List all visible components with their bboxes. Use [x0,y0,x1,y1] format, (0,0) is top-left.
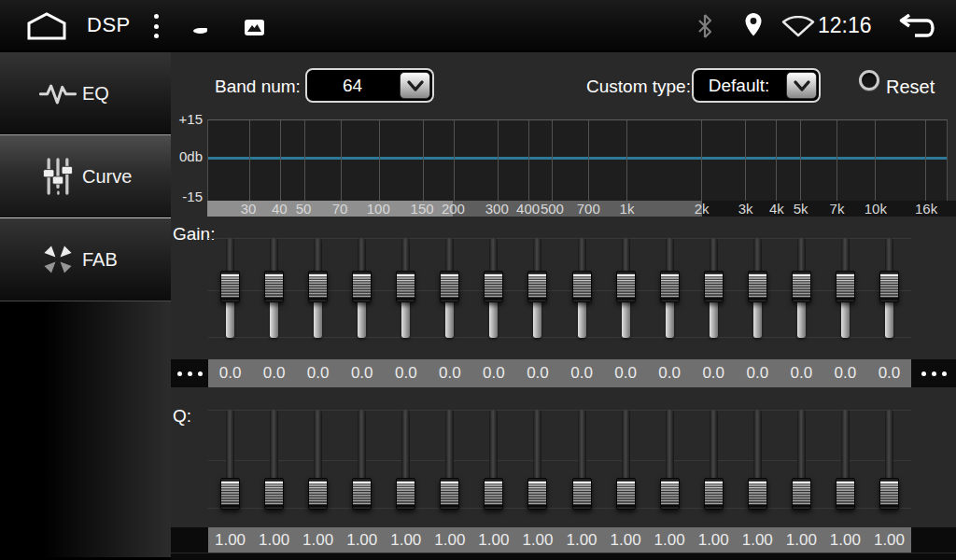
clover-petal [193,28,207,34]
gain-slider-thumb[interactable] [264,271,284,302]
q-slider-16[interactable] [867,408,911,512]
q-slider-thumb[interactable] [836,478,855,510]
q-slider-15[interactable] [823,408,867,512]
gain-slider-thumb[interactable] [748,271,767,302]
clover-apps-icon[interactable] [193,12,223,36]
q-slider-thumb[interactable] [879,478,899,510]
gain-slider-4[interactable] [340,235,384,345]
gain-slider-thumb[interactable] [704,271,724,302]
sidebar-item-fab[interactable]: FAB [0,218,171,301]
gain-value-11: 0.0 [648,364,692,383]
q-slider-4[interactable] [340,408,384,512]
gain-slider-thumb[interactable] [396,271,415,302]
q-slider-9[interactable] [560,408,604,512]
gain-slider-5[interactable] [384,235,428,345]
gain-slider-14[interactable] [780,235,823,345]
q-slider-thumb[interactable] [748,478,767,510]
q-slider-8[interactable] [515,408,559,512]
curve-sliders-icon [39,154,77,199]
gain-slider-thumb[interactable] [836,271,855,302]
y-axis-label-zero: 0db [171,148,203,165]
freq-tick-label: 5k [794,201,808,217]
back-icon[interactable] [896,14,937,38]
q-slider-6[interactable] [428,408,471,512]
gain-slider-12[interactable] [692,235,736,345]
q-row-left-cap [171,527,208,553]
chevron-down-icon[interactable] [400,72,430,99]
gain-slider-10[interactable] [604,235,648,345]
gain-slider-9[interactable] [560,235,604,345]
sidebar-item-curve[interactable]: Curve [0,135,171,218]
grid-line [379,120,380,201]
gain-slider-1[interactable] [208,235,252,345]
gain-slider-16[interactable] [867,235,911,345]
q-sliders-row [208,408,911,512]
q-slider-3[interactable] [296,408,340,512]
q-slider-10[interactable] [604,408,648,512]
q-slider-thumb[interactable] [484,478,503,510]
gain-slider-6[interactable] [428,235,471,345]
more-bands-left-button[interactable] [171,359,208,387]
q-slider-thumb[interactable] [660,478,680,510]
q-slider-2[interactable] [252,408,296,512]
gain-value-6: 0.0 [428,364,471,383]
q-slider-5[interactable] [384,408,428,512]
more-bands-right-button[interactable] [911,359,956,387]
q-slider-thumb[interactable] [616,478,636,510]
q-slider-11[interactable] [648,408,692,512]
band-num-value: 64 [307,76,398,96]
chevron-down-icon[interactable] [786,72,817,99]
grid-line [776,120,777,201]
q-slider-thumb[interactable] [792,478,811,510]
gain-slider-7[interactable] [471,235,515,345]
gain-slider-thumb[interactable] [527,271,547,302]
freq-tick-label: 4k [769,201,784,217]
freq-tick-label: 40 [272,201,288,217]
gain-slider-thumb[interactable] [572,271,592,302]
q-slider-1[interactable] [208,408,252,512]
band-num-dropdown[interactable]: 64 [305,68,434,103]
gain-slider-thumb[interactable] [220,271,240,302]
custom-type-label: Custom type: [586,75,691,99]
gallery-icon[interactable] [245,20,264,35]
q-slider-thumb[interactable] [440,478,459,510]
gain-slider-8[interactable] [515,235,559,345]
gain-slider-15[interactable] [823,235,867,345]
freq-tick-label: 200 [442,201,465,217]
q-slider-13[interactable] [736,408,780,512]
grid-line [341,120,342,201]
sidebar-item-eq[interactable]: EQ [0,52,171,135]
q-slider-thumb[interactable] [527,478,547,510]
gain-slider-thumb[interactable] [660,271,680,302]
gain-slider-thumb[interactable] [308,271,328,302]
gain-slider-thumb[interactable] [879,271,899,302]
q-slider-14[interactable] [780,408,823,512]
reset-radio-button[interactable] [859,70,879,91]
gain-slider-thumb[interactable] [792,271,811,302]
q-slider-12[interactable] [692,408,736,512]
wifi-icon [780,16,816,37]
q-value-9: 1.00 [560,531,604,550]
gain-slider-3[interactable] [296,235,340,345]
gain-slider-thumb[interactable] [440,271,459,302]
gain-slider-thumb[interactable] [352,271,372,302]
q-slider-thumb[interactable] [264,478,284,510]
overflow-menu-icon[interactable] [150,14,162,38]
q-slider-7[interactable] [471,408,515,512]
q-slider-thumb[interactable] [704,478,724,510]
q-value-2: 1.00 [252,531,296,550]
gain-slider-11[interactable] [648,235,692,345]
q-slider-thumb[interactable] [308,478,328,510]
gain-slider-thumb[interactable] [616,271,636,302]
freq-tick-label: 150 [411,201,434,217]
grid-line [423,120,424,201]
q-slider-thumb[interactable] [396,478,415,510]
custom-type-dropdown[interactable]: Default: [692,68,821,103]
home-icon[interactable] [25,12,68,40]
gain-slider-13[interactable] [736,235,780,345]
q-slider-thumb[interactable] [352,478,372,510]
gain-slider-2[interactable] [252,235,296,345]
q-slider-thumb[interactable] [572,478,592,510]
gain-slider-thumb[interactable] [484,271,503,302]
q-slider-thumb[interactable] [220,478,240,510]
